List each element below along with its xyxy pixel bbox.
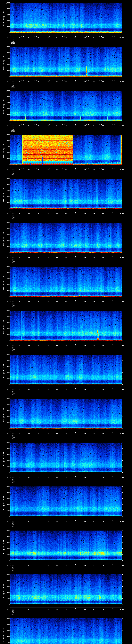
y-tick-label: 0 — [2, 164, 10, 166]
x-tick-label: 40 — [81, 520, 88, 522]
x-axis-start-time-label: 10:26:00 — [3, 564, 18, 566]
y-axis-title: Frequency (Hz) — [2, 227, 5, 248]
x-tick-label: 20 — [44, 476, 52, 478]
y-tick-label: 600 — [2, 102, 10, 104]
x-tick-label: 35 — [72, 37, 79, 39]
x-tick-label: 30 — [62, 388, 70, 390]
date-line: 2017 — [6, 218, 21, 220]
y-tick-label: 200 — [2, 554, 10, 556]
x-tick-label: 25 — [53, 169, 61, 171]
y-axis-title: Frequency (Hz) — [2, 623, 5, 644]
x-tick-label: 50 — [100, 564, 107, 566]
y-tick-label: 1000 — [2, 178, 10, 180]
date-line: 2017 — [6, 614, 21, 615]
x-tick-label: 25 — [53, 564, 61, 566]
x-axis-end-time-label: 24:00 — [114, 432, 130, 434]
y-tick-label: 0 — [2, 120, 10, 122]
x-tick-label: 35 — [72, 432, 79, 434]
x-tick-label: 35 — [72, 520, 79, 522]
y-tick-label: 400 — [2, 284, 10, 286]
y-tick-label: 200 — [2, 70, 10, 72]
date-line: 2017 — [6, 86, 21, 88]
x-tick-label: 20 — [44, 388, 52, 390]
x-axis-start-time-label: 10:14:00 — [3, 37, 18, 39]
y-tick-label: 600 — [2, 454, 10, 456]
spectrogram-panel: Frequency (Hz) 02004006008001000 5101520… — [0, 528, 132, 572]
x-axis-start-time-label: 10:25:00 — [3, 520, 18, 522]
x-tick-label: 35 — [72, 125, 79, 127]
y-axis-title: Frequency (Hz) — [2, 579, 5, 600]
y-tick-label: 600 — [2, 278, 10, 280]
x-tick-label: 30 — [62, 125, 70, 127]
y-tick-label: 800 — [2, 448, 10, 450]
date-line: 2017 — [6, 570, 21, 571]
x-axis-end-time-label: 16:00 — [114, 81, 130, 83]
x-axis-start-time-label: 10:24:00 — [3, 476, 18, 478]
x-tick-label: 25 — [53, 388, 61, 390]
x-tick-label: 20 — [44, 256, 52, 259]
spectrogram-panel: Frequency (Hz) 02004006008001000 5101520… — [0, 176, 132, 220]
y-tick-label: 1000 — [2, 486, 10, 488]
x-tick-label: 10 — [25, 520, 33, 522]
x-tick-label: 50 — [100, 81, 107, 83]
y-tick-label: 600 — [2, 542, 10, 544]
x-axis-start-time-label: 10:21:00 — [3, 344, 18, 346]
x-tick-label: 50 — [100, 344, 107, 346]
x-tick-label: 35 — [72, 476, 79, 478]
x-tick-label: 40 — [81, 213, 88, 215]
x-axis-start-time-label: 10:23:00 — [3, 432, 18, 434]
x-tick-label: 40 — [81, 476, 88, 478]
y-tick-label: 200 — [2, 114, 10, 116]
x-tick-label: 15 — [34, 344, 42, 346]
spectrogram-panel: Frequency (Hz) 02004006008001000 5101520… — [0, 440, 132, 484]
y-axis-title: Frequency (Hz) — [2, 52, 5, 72]
y-axis-title: Frequency (Hz) — [2, 315, 5, 336]
y-tick-label: 800 — [2, 623, 10, 625]
x-tick-label: 45 — [90, 564, 98, 566]
x-tick-label: 30 — [62, 213, 70, 215]
x-tick-label: 40 — [81, 37, 88, 39]
x-tick-label: 25 — [53, 213, 61, 215]
x-axis-end-time-label: 18:00 — [114, 169, 130, 171]
x-tick-label: 35 — [72, 81, 79, 83]
x-tick-label: 45 — [90, 520, 98, 522]
x-tick-label: 15 — [34, 169, 42, 171]
y-axis-title: Frequency (Hz) — [2, 272, 5, 292]
x-tick-label: 20 — [44, 608, 52, 610]
x-tick-label: 15 — [34, 608, 42, 610]
x-axis-end-time-label: 22:00 — [114, 344, 130, 346]
x-tick-label: 35 — [72, 256, 79, 259]
y-tick-label: 0 — [2, 340, 10, 342]
x-tick-label: 30 — [62, 564, 70, 566]
y-tick-label: 1000 — [2, 530, 10, 532]
y-tick-label: 200 — [2, 510, 10, 512]
spectrogram-panel: Frequency (Hz) 02004006008001000 5101520… — [0, 220, 132, 264]
y-tick-label: 0 — [2, 32, 10, 34]
y-tick-label: 0 — [2, 603, 10, 605]
x-tick-label: 25 — [53, 81, 61, 83]
x-tick-label: 40 — [81, 388, 88, 390]
y-tick-label: 1000 — [2, 617, 10, 620]
x-tick-label: 40 — [81, 81, 88, 83]
spectrogram-panel: Frequency (Hz) 02004006008001000 5101520… — [0, 396, 132, 440]
y-tick-label: 1000 — [2, 354, 10, 356]
x-tick-label: 25 — [53, 344, 61, 346]
y-tick-label: 800 — [2, 360, 10, 362]
y-axis-title: Frequency (Hz) — [2, 535, 5, 556]
y-axis-title: Frequency (Hz) — [2, 447, 5, 468]
x-axis-start-time-label: 10:16:00 — [3, 125, 18, 127]
x-axis-end-time-label: 23:00 — [114, 388, 130, 390]
y-tick-label: 800 — [2, 579, 10, 582]
x-tick-label: 25 — [53, 520, 61, 522]
x-axis-start-time-label: 10:18:00 — [3, 213, 18, 215]
y-tick-label: 400 — [2, 460, 10, 462]
x-axis-end-time-label: 19:00 — [114, 213, 130, 215]
x-tick-label: 10 — [25, 608, 33, 610]
spectrogram-panel: Frequency (Hz) 02004006008001000 5101520… — [0, 264, 132, 308]
x-tick-label: 45 — [90, 300, 98, 303]
y-tick-label: 800 — [2, 272, 10, 274]
y-tick-label: 0 — [2, 76, 10, 78]
x-tick-label: 10 — [25, 213, 33, 215]
y-tick-label: 800 — [2, 491, 10, 494]
y-axis-title: Frequency (Hz) — [2, 184, 5, 204]
